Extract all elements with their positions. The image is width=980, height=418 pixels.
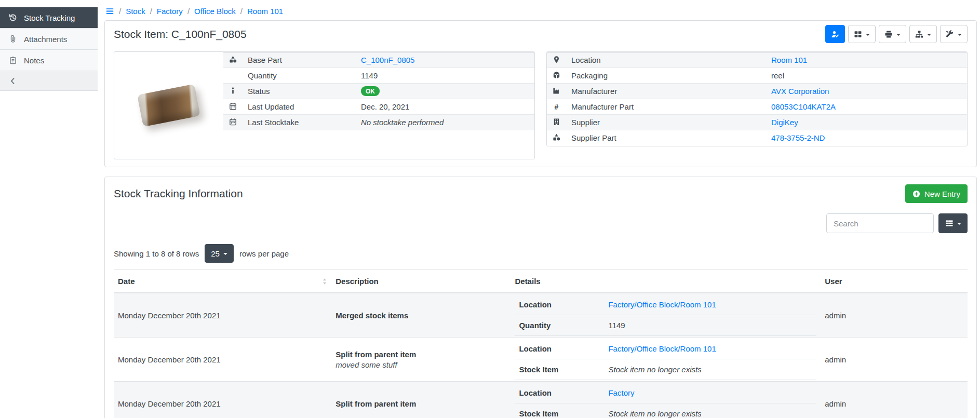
column-select-button[interactable]: [938, 213, 968, 233]
cell-description: Split from parent item: [331, 382, 511, 418]
tracking-row: Monday December 20th 2021 Split from par…: [114, 382, 968, 418]
note-icon: [9, 56, 17, 64]
cell-description: Merged stock items: [331, 293, 511, 338]
stock-actions-button[interactable]: [909, 25, 937, 43]
stock-item-details: Base Part C_100nF_0805 Quantity 1149: [105, 46, 976, 167]
detail-row: Supplier DigiKey: [547, 115, 967, 130]
location-link[interactable]: Factory/Office Block/Room 101: [608, 344, 716, 353]
user-actions-button[interactable]: [825, 25, 845, 43]
box-icon: [553, 71, 560, 79]
part-details-box: Base Part C_100nF_0805 Quantity 1149: [114, 51, 535, 159]
location-link[interactable]: Room 101: [771, 56, 807, 64]
detail-subvalue: Stock item no longer exists: [608, 365, 701, 374]
new-entry-label: New Entry: [924, 190, 960, 198]
description-title: Split from parent item: [335, 399, 506, 408]
breadcrumb-separator: /: [119, 7, 121, 16]
map-marker-icon: [553, 56, 560, 63]
page-size-button[interactable]: 25: [205, 244, 234, 263]
sidebar: Stock Tracking Attachments Notes: [0, 7, 98, 91]
print-actions-button[interactable]: [879, 25, 906, 43]
menu-icon[interactable]: [105, 7, 114, 16]
sidebar-item-label: Attachments: [24, 35, 67, 44]
detail-row: # Manufacturer Part 08053C104KAT2A: [547, 99, 967, 115]
page-title: Stock Item: C_100nF_0805: [114, 28, 247, 41]
detail-row: Supplier Part 478-3755-2-ND: [547, 130, 967, 146]
cell-date: Monday December 20th 2021: [114, 382, 331, 418]
part-detail-table: Base Part C_100nF_0805 Quantity 1149: [223, 52, 534, 130]
edit-actions-button[interactable]: [940, 25, 968, 43]
info-icon: [229, 87, 237, 95]
detail-sublabel: Quantity: [515, 315, 604, 336]
sitemap-icon: [915, 30, 923, 38]
cell-date: Monday December 20th 2021: [114, 293, 331, 338]
sidebar-item-notes[interactable]: Notes: [0, 50, 98, 71]
details-subtable: Location Factory Stock Item Stock item n…: [515, 383, 816, 418]
breadcrumb-room-101[interactable]: Room 101: [247, 7, 283, 16]
display-options-button[interactable]: [848, 25, 876, 43]
printer-icon: [884, 30, 893, 38]
caret-down-icon: [957, 223, 961, 225]
sort-icon[interactable]: [321, 278, 328, 285]
tracking-row: Monday December 20th 2021 Merged stock i…: [114, 293, 968, 338]
caret-down-icon: [958, 34, 962, 36]
list-icon: [945, 219, 954, 227]
search-input[interactable]: [826, 213, 934, 233]
column-header-description: Description: [331, 270, 511, 293]
detail-label: Supplier Part: [566, 130, 766, 146]
manufacturer-part-link[interactable]: 08053C104KAT2A: [771, 102, 836, 111]
detail-row: Manufacturer AVX Corporation: [547, 84, 967, 99]
last-stocktake-value: No stocktake performed: [361, 118, 444, 127]
caret-down-icon: [896, 34, 901, 36]
column-header-date[interactable]: Date: [114, 270, 331, 293]
stock-item-panel-heading: Stock Item: C_100nF_0805: [105, 21, 976, 46]
description-title: Split from parent item: [335, 350, 506, 359]
breadcrumb-stock[interactable]: Stock: [126, 7, 145, 16]
grid-icon: [854, 30, 862, 38]
wrench-icon: [946, 30, 954, 38]
pagination-info: Showing 1 to 8 of 8 rows: [114, 249, 199, 258]
detail-row: Last Updated Dec. 20, 2021: [223, 99, 534, 115]
stock-item-panel: Stock Item: C_100nF_0805: [104, 20, 977, 167]
main-content: / Stock / Factory / Office Block / Room …: [104, 0, 977, 418]
cell-date: Monday December 20th 2021: [114, 338, 331, 382]
location-link[interactable]: Factory: [608, 388, 634, 397]
sidebar-collapse-button[interactable]: [0, 71, 98, 91]
breadcrumb-factory[interactable]: Factory: [157, 7, 183, 16]
tracking-heading: Stock Tracking Information New Entry: [105, 177, 976, 206]
hashtag-icon: #: [555, 103, 559, 111]
sidebar-item-stock-tracking[interactable]: Stock Tracking: [0, 7, 98, 29]
page-size-value: 25: [211, 249, 220, 258]
history-icon: [9, 14, 17, 22]
breadcrumb-office-block[interactable]: Office Block: [194, 7, 236, 16]
detail-subrow: Location Factory/Office Block/Room 101: [515, 339, 816, 359]
detail-subvalue: 1149: [604, 315, 816, 336]
cell-details: Location Factory Stock Item Stock item n…: [511, 382, 821, 418]
rows-per-page-label: rows per page: [239, 249, 289, 258]
details-subtable: Location Factory/Office Block/Room 101 Q…: [515, 294, 816, 336]
new-entry-button[interactable]: New Entry: [905, 184, 968, 203]
building-icon: [553, 118, 560, 126]
detail-sublabel: Location: [515, 294, 604, 315]
quantity-value: 1149: [356, 68, 534, 84]
supplier-link[interactable]: DigiKey: [771, 118, 798, 127]
detail-subrow: Quantity 1149: [515, 315, 816, 336]
detail-label: Packaging: [566, 68, 766, 84]
manufacturer-link[interactable]: AVX Corporation: [771, 87, 829, 96]
description-title: Merged stock items: [335, 311, 506, 320]
location-link[interactable]: Factory/Office Block/Room 101: [608, 300, 716, 309]
base-part-link[interactable]: C_100nF_0805: [361, 56, 414, 64]
table-header-row: Date Description Details User: [114, 270, 968, 293]
part-thumbnail[interactable]: [114, 52, 223, 159]
cell-user: admin: [821, 293, 968, 338]
caret-down-icon: [223, 253, 227, 255]
packaging-value: reel: [766, 68, 967, 84]
details-subtable: Location Factory/Office Block/Room 101 S…: [515, 339, 816, 380]
detail-label: Manufacturer Part: [566, 99, 766, 115]
detail-subrow: Stock Item Stock item no longer exists: [515, 403, 816, 418]
sidebar-item-attachments[interactable]: Attachments: [0, 29, 98, 50]
chevron-left-icon: [9, 77, 17, 85]
detail-sublabel: Stock Item: [515, 403, 604, 418]
detail-label: Last Updated: [243, 99, 356, 115]
supplier-part-link[interactable]: 478-3755-2-ND: [771, 133, 825, 142]
status-badge: OK: [361, 86, 380, 96]
